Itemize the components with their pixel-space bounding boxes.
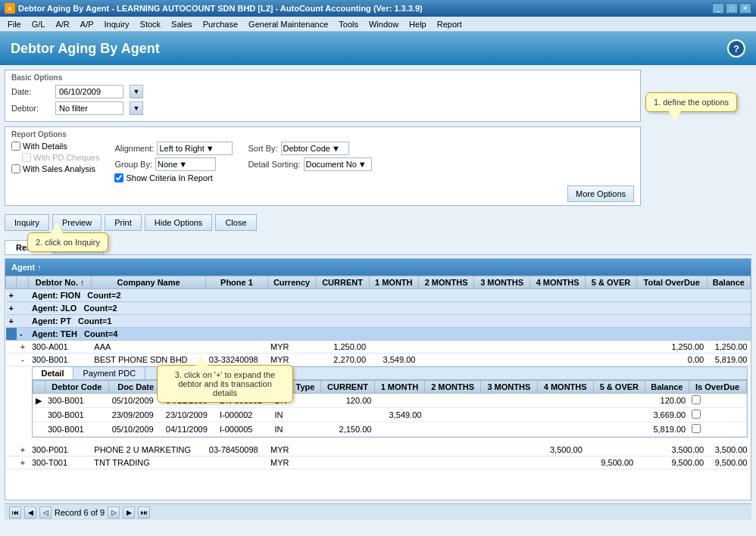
detail-row-i000002[interactable]: 300-B001 23/09/2009 23/10/2009 I-000002 … [33, 408, 746, 422]
menu-file[interactable]: File [3, 19, 26, 30]
with-sales-analysis-label: With Sales Analysis [23, 164, 95, 173]
col-header-2months: 2 MONTHS [418, 276, 473, 289]
with-sales-analysis-checkbox[interactable] [11, 164, 20, 173]
detail-col-doc-date: Doc Date [109, 381, 163, 394]
with-pd-cheques-checkbox[interactable] [22, 153, 31, 162]
more-options-button[interactable]: More Options [567, 185, 634, 202]
debtor-label: Debtor: [11, 104, 49, 113]
nav-next2-btn[interactable]: ▶ [123, 506, 135, 519]
debtor-row-b001[interactable]: - 300-B001 BEST PHONE SDN BHD 03-3324009… [6, 354, 751, 366]
detail-col-3months: 3 MONTHS [481, 381, 537, 394]
date-label: Date: [11, 87, 49, 96]
row-expand-pt[interactable]: + [6, 315, 17, 328]
menu-ar[interactable]: A/R [51, 19, 73, 30]
debtor-row-t001[interactable]: + 300-T001 TNT TRADING MYR 9,500.00 9,50… [6, 457, 751, 469]
col-header-5over: 5 & OVER [586, 276, 636, 289]
nav-prev-btn[interactable]: ◀ [24, 506, 36, 519]
sort-by-select[interactable]: Debtor Code ▼ [281, 142, 349, 155]
detail-sorting-label: Detail Sorting: [248, 160, 300, 169]
toolbar: Inquiry Preview Print Hide Options Close… [5, 211, 751, 234]
col-header-phone1: Phone 1 [206, 276, 267, 289]
expand-t001[interactable]: + [17, 457, 29, 469]
detail-row-dn000001[interactable]: ▶ 300-B001 05/10/2009 04/11/2009 DN-0000… [33, 394, 746, 408]
nav-first-btn[interactable]: ⏮ [9, 506, 21, 519]
row-expand-jlo[interactable]: + [6, 302, 17, 315]
row-selector-teh [6, 328, 17, 341]
agent-header-bar: Agent ↑ [5, 259, 751, 276]
menu-bar: File G/L A/R A/P Inquiry Stock Sales Pur… [0, 17, 756, 32]
detail-tab-detail[interactable]: Detail [33, 367, 74, 379]
callout-1: 1. define the options [645, 92, 737, 112]
col-header-3months: 3 MONTHS [474, 276, 530, 289]
detail-tabs: Detail Payment PDC [33, 367, 747, 380]
menu-gl[interactable]: G/L [27, 19, 50, 30]
detail-col-balance: Balance [645, 381, 689, 394]
page-title: Debtor Aging By Agent [11, 41, 160, 57]
with-pd-cheques-label: With PD Cheques [33, 153, 99, 162]
agent-row-teh[interactable]: - Agent: TEH Count=4 [6, 328, 751, 341]
group-by-select[interactable]: None ▼ [155, 157, 216, 171]
menu-help[interactable]: Help [405, 19, 431, 30]
detail-tab-payment-pdc[interactable]: Payment PDC [73, 367, 145, 379]
nav-last-btn[interactable]: ⏭ [138, 506, 150, 519]
help-button[interactable]: ? [727, 39, 745, 58]
menu-window[interactable]: Window [364, 19, 403, 30]
report-options-section: Report Options With Details With PD Cheq… [5, 126, 641, 206]
group-by-label: Group By: [114, 160, 152, 169]
main-table: Debtor No. ↑ Company Name Phone 1 Curren… [5, 276, 751, 469]
row-expand-teh[interactable]: - [17, 328, 29, 341]
minimize-btn[interactable]: _ [712, 3, 724, 14]
with-details-checkbox[interactable] [11, 142, 20, 151]
nav-prev2-btn[interactable]: ◁ [39, 506, 52, 519]
detail-table: Debtor Code Doc Date Due Date Doc No ↑ D… [33, 380, 747, 437]
close-button[interactable]: Close [215, 214, 256, 231]
menu-ap[interactable]: A/P [76, 19, 98, 30]
expand-b001[interactable]: - [17, 354, 29, 366]
detail-expand-dn000001[interactable]: ▶ [33, 394, 45, 408]
debtor-input[interactable] [55, 101, 123, 115]
alignment-select[interactable]: Left to Right ▼ [157, 142, 233, 155]
alignment-label: Alignment: [114, 144, 154, 153]
menu-sales[interactable]: Sales [167, 19, 197, 30]
menu-general-maintenance[interactable]: General Maintenance [244, 19, 333, 30]
hide-options-button[interactable]: Hide Options [145, 214, 213, 231]
maximize-btn[interactable]: □ [726, 3, 738, 14]
debtor-row-p001[interactable]: + 300-P001 PHONE 2 U MARKETING 03-784500… [6, 444, 751, 457]
callout-2: 2. click on Inquiry [27, 232, 108, 252]
nav-next-btn[interactable]: ▷ [108, 506, 120, 519]
show-criteria-checkbox[interactable] [114, 173, 123, 182]
detail-row-i000005[interactable]: 300-B001 05/10/2009 04/11/2009 I-000005 … [33, 422, 746, 437]
expand-a001[interactable]: + [17, 341, 29, 354]
agent-row-fion[interactable]: + Agent: FION Count=2 [6, 289, 751, 302]
menu-purchase[interactable]: Purchase [198, 19, 242, 30]
col-header-total-overdue: Total OverDue [636, 276, 707, 289]
inquiry-button[interactable]: Inquiry [5, 214, 49, 231]
debtor-row-a001[interactable]: + 300-A001 AAA MYR 1,250.00 1,250.00 1,2… [6, 341, 751, 354]
col-header-currency: Currency [267, 276, 316, 289]
callout-3: 3. click on '+' to expand the debtor and… [157, 365, 293, 403]
menu-tools[interactable]: Tools [334, 19, 363, 30]
col-header-4months: 4 MONTHS [530, 276, 585, 289]
basic-options-section: Basic Options Date: ▼ Debtor: ▼ [5, 70, 641, 122]
menu-report[interactable]: Report [433, 19, 467, 30]
detail-col-is-overdue: Is OverDue [689, 381, 746, 394]
close-window-btn[interactable]: ✕ [739, 3, 751, 14]
col-header-current: CURRENT [316, 276, 369, 289]
print-button[interactable]: Print [105, 214, 142, 231]
date-dropdown-btn[interactable]: ▼ [130, 85, 143, 98]
menu-stock[interactable]: Stock [136, 19, 166, 30]
debtor-dropdown-btn[interactable]: ▼ [130, 101, 143, 115]
detail-col-5over: 5 & OVER [593, 381, 645, 394]
record-text: Record 6 of 9 [55, 508, 105, 517]
col-header-balance: Balance [707, 276, 750, 289]
date-input[interactable] [55, 85, 123, 98]
results-area: Agent ↑ Debtor No. ↑ Company Name P [5, 258, 751, 500]
menu-inquiry[interactable]: Inquiry [100, 19, 134, 30]
agent-row-pt[interactable]: + Agent: PT Count=1 [6, 315, 751, 328]
col-header-debtor-no[interactable]: Debtor No. ↑ [29, 276, 91, 289]
agent-row-jlo[interactable]: + Agent: JLO Count=2 [6, 302, 751, 315]
title-bar-text: Debtor Aging By Agent - LEARNING AUTOCOU… [18, 4, 423, 13]
row-expand-fion[interactable]: + [6, 289, 17, 302]
expand-p001[interactable]: + [17, 444, 29, 457]
detail-sorting-select[interactable]: Document No ▼ [304, 157, 372, 171]
